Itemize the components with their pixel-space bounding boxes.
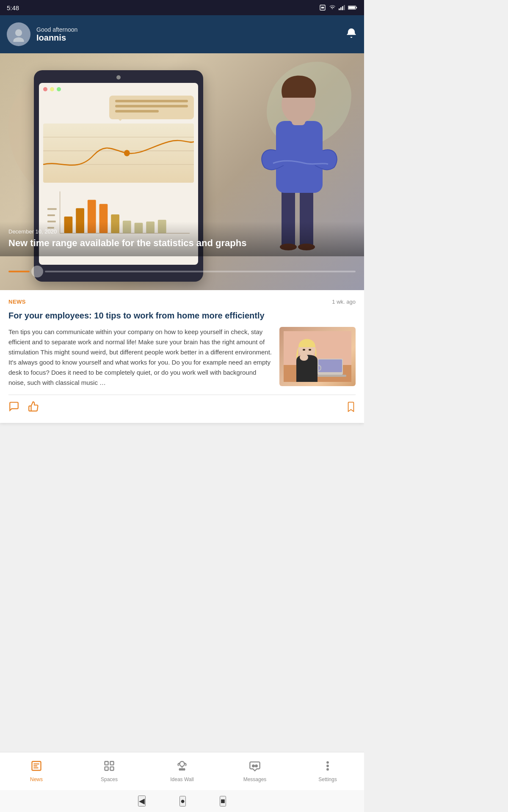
signal-icon <box>339 5 345 11</box>
svg-point-14 <box>124 150 130 156</box>
tab-dot-1 <box>43 87 47 91</box>
news-title[interactable]: For your employees: 10 tips to work from… <box>8 310 356 321</box>
svg-rect-52 <box>110 762 113 765</box>
progress-dot-1 <box>31 266 43 277</box>
line-chart <box>43 123 194 183</box>
ideas-wall-nav-label: Ideas Wall <box>170 776 194 782</box>
speech-bubble <box>109 96 194 119</box>
tab-dot-3 <box>57 87 61 91</box>
spaces-nav-label: Spaces <box>101 776 118 782</box>
nav-item-ideas-wall[interactable]: Ideas Wall <box>146 752 218 790</box>
news-card: NEWS 1 wk. ago For your employees: 10 ti… <box>0 290 364 423</box>
ideas-wall-nav-icon <box>176 760 188 775</box>
news-body: Ten tips you can communicate within your… <box>8 327 356 388</box>
spaces-nav-icon <box>103 760 115 775</box>
svg-rect-5 <box>344 5 345 10</box>
app-header: Good afternoon Ioannis <box>0 15 364 53</box>
news-action-left <box>8 401 39 414</box>
tablet-dots <box>43 87 194 91</box>
svg-rect-26 <box>47 208 57 210</box>
hero-date: December 10, 2020 <box>8 228 356 235</box>
bubble-line-3 <box>115 110 159 112</box>
news-nav-icon <box>30 760 42 775</box>
notification-bell[interactable] <box>345 27 357 41</box>
svg-rect-53 <box>105 767 108 770</box>
svg-rect-8 <box>348 6 355 9</box>
svg-point-56 <box>179 768 181 770</box>
svg-point-55 <box>179 762 185 767</box>
header-user-info: Good afternoon Ioannis <box>7 22 77 46</box>
settings-nav-icon <box>322 760 334 775</box>
news-divider <box>8 395 356 395</box>
svg-point-57 <box>181 768 183 770</box>
greeting-text: Good afternoon <box>36 26 77 33</box>
system-nav-bar: ◀ ● ■ <box>0 790 364 812</box>
progress-track <box>45 271 356 272</box>
svg-rect-49 <box>33 765 37 766</box>
hero-overlay: December 10, 2020 New time range availab… <box>0 222 364 256</box>
messages-nav-icon <box>249 760 261 775</box>
bubble-line-1 <box>115 100 188 102</box>
news-meta: NEWS 1 wk. ago <box>8 299 356 305</box>
svg-point-46 <box>300 354 308 361</box>
svg-rect-3 <box>340 7 342 10</box>
svg-rect-1 <box>321 7 324 8</box>
news-image[interactable] <box>279 327 356 386</box>
settings-nav-label: Settings <box>318 776 337 782</box>
battery-icon <box>348 5 357 10</box>
home-button[interactable]: ● <box>179 796 186 807</box>
header-text: Good afternoon Ioannis <box>36 26 77 43</box>
status-icons <box>319 4 357 11</box>
news-tag: NEWS <box>8 299 26 305</box>
svg-rect-7 <box>356 7 357 8</box>
messages-nav-label: Messages <box>243 776 267 782</box>
status-bar: 5:48 <box>0 0 364 15</box>
nav-item-spaces[interactable]: Spaces <box>73 752 146 790</box>
tablet-button <box>116 75 121 80</box>
hero-title: New time range available for the statist… <box>8 237 356 250</box>
news-time: 1 wk. ago <box>332 299 356 305</box>
svg-point-45 <box>309 349 311 351</box>
svg-point-63 <box>327 768 329 770</box>
svg-point-58 <box>183 768 185 770</box>
news-actions <box>8 401 356 423</box>
hero-progress <box>0 266 364 277</box>
status-time: 5:48 <box>7 4 19 11</box>
tab-dot-2 <box>50 87 54 91</box>
recents-button[interactable]: ■ <box>220 796 226 807</box>
svg-rect-2 <box>339 8 340 10</box>
bookmark-button[interactable] <box>346 401 356 414</box>
sim-icon <box>319 4 326 11</box>
svg-point-10 <box>13 37 24 42</box>
hero-banner: December 10, 2020 New time range availab… <box>0 53 364 290</box>
username-text: Ioannis <box>36 33 77 43</box>
nav-item-settings[interactable]: Settings <box>291 752 364 790</box>
progress-active <box>8 271 30 272</box>
back-button[interactable]: ◀ <box>138 796 146 807</box>
bubble-line-2 <box>115 105 188 107</box>
svg-point-9 <box>15 29 22 36</box>
svg-point-60 <box>255 765 257 767</box>
svg-rect-34 <box>276 121 323 193</box>
svg-point-62 <box>327 762 329 763</box>
news-nav-label: News <box>30 776 43 782</box>
wifi-icon <box>329 5 336 11</box>
svg-rect-48 <box>33 763 39 764</box>
bottom-nav: News Spaces Ideas Wall <box>0 752 364 790</box>
svg-rect-50 <box>33 768 39 768</box>
svg-rect-41 <box>314 375 346 377</box>
like-button[interactable] <box>28 401 39 414</box>
svg-rect-40 <box>318 359 342 372</box>
news-image-inner <box>279 327 356 386</box>
nav-item-news[interactable]: News <box>0 752 73 790</box>
svg-point-59 <box>252 765 254 767</box>
svg-rect-27 <box>47 214 55 216</box>
svg-rect-54 <box>110 767 113 770</box>
news-text: Ten tips you can communicate within your… <box>8 327 273 388</box>
avatar <box>7 22 30 46</box>
svg-rect-4 <box>342 6 343 10</box>
svg-rect-51 <box>105 762 108 765</box>
nav-item-messages[interactable]: Messages <box>218 752 291 790</box>
comment-button[interactable] <box>8 401 19 414</box>
svg-point-44 <box>303 349 305 351</box>
